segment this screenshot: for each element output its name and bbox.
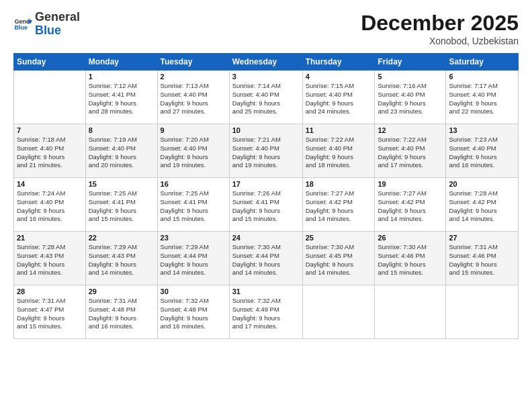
calendar-cell: 12Sunrise: 7:22 AMSunset: 4:40 PMDayligh… [375,124,446,178]
calendar-cell: 2Sunrise: 7:13 AMSunset: 4:40 PMDaylight… [157,71,229,124]
day-number: 4 [306,73,372,81]
day-info: Sunrise: 7:23 AMSunset: 4:40 PMDaylight:… [449,136,515,170]
calendar-cell: 4Sunrise: 7:15 AMSunset: 4:40 PMDaylight… [302,71,375,124]
logo: General Blue General Blue [13,11,80,38]
calendar-week-3: 14Sunrise: 7:24 AMSunset: 4:40 PMDayligh… [14,178,519,232]
day-number: 23 [161,234,226,242]
day-info: Sunrise: 7:28 AMSunset: 4:42 PMDaylight:… [449,189,515,224]
calendar-cell: 20Sunrise: 7:28 AMSunset: 4:42 PMDayligh… [446,178,519,232]
calendar-cell [302,285,375,339]
day-info: Sunrise: 7:31 AMSunset: 4:47 PMDaylight:… [17,297,83,331]
calendar-cell: 11Sunrise: 7:22 AMSunset: 4:40 PMDayligh… [302,124,375,178]
day-number: 27 [449,234,515,242]
day-number: 25 [306,234,372,242]
day-info: Sunrise: 7:25 AMSunset: 4:41 PMDaylight:… [89,189,154,224]
month-title: December 2025 [361,11,519,36]
logo-blue: Blue [35,24,61,37]
calendar-cell: 7Sunrise: 7:18 AMSunset: 4:40 PMDaylight… [14,124,86,178]
day-info: Sunrise: 7:27 AMSunset: 4:42 PMDaylight:… [306,189,372,224]
calendar-cell: 13Sunrise: 7:23 AMSunset: 4:40 PMDayligh… [446,124,519,178]
calendar-week-4: 21Sunrise: 7:28 AMSunset: 4:43 PMDayligh… [14,232,519,285]
col-sunday: Sunday [14,54,86,71]
day-info: Sunrise: 7:19 AMSunset: 4:40 PMDaylight:… [89,136,154,170]
day-number: 26 [378,234,443,242]
calendar-cell [14,71,86,124]
day-info: Sunrise: 7:17 AMSunset: 4:40 PMDaylight:… [449,82,515,116]
calendar-cell [446,285,519,339]
day-info: Sunrise: 7:31 AMSunset: 4:46 PMDaylight:… [449,243,515,277]
day-number: 24 [232,234,300,242]
day-number: 17 [232,180,300,188]
day-number: 16 [161,180,226,188]
col-tuesday: Tuesday [157,54,229,71]
day-number: 21 [17,234,83,242]
day-number: 18 [306,180,372,188]
calendar-cell: 3Sunrise: 7:14 AMSunset: 4:40 PMDaylight… [229,71,302,124]
calendar-cell: 24Sunrise: 7:30 AMSunset: 4:44 PMDayligh… [229,232,302,285]
day-number: 7 [17,126,83,134]
col-monday: Monday [85,54,157,71]
day-info: Sunrise: 7:16 AMSunset: 4:40 PMDaylight:… [378,82,443,116]
calendar-header-row: Sunday Monday Tuesday Wednesday Thursday… [14,54,519,71]
day-info: Sunrise: 7:30 AMSunset: 4:44 PMDaylight:… [232,243,300,277]
day-info: Sunrise: 7:14 AMSunset: 4:40 PMDaylight:… [232,82,300,116]
calendar-cell: 9Sunrise: 7:20 AMSunset: 4:40 PMDaylight… [157,124,229,178]
col-saturday: Saturday [446,54,519,71]
calendar-cell: 19Sunrise: 7:27 AMSunset: 4:42 PMDayligh… [375,178,446,232]
day-number: 28 [17,287,83,295]
calendar-week-1: 1Sunrise: 7:12 AMSunset: 4:41 PMDaylight… [14,71,519,124]
calendar-cell: 6Sunrise: 7:17 AMSunset: 4:40 PMDaylight… [446,71,519,124]
day-info: Sunrise: 7:18 AMSunset: 4:40 PMDaylight:… [17,136,83,170]
day-info: Sunrise: 7:25 AMSunset: 4:41 PMDaylight:… [161,189,226,224]
calendar-cell [375,285,446,339]
day-info: Sunrise: 7:28 AMSunset: 4:43 PMDaylight:… [17,243,83,277]
location: Xonobod, Uzbekistan [361,36,519,46]
day-info: Sunrise: 7:15 AMSunset: 4:40 PMDaylight:… [306,82,372,116]
day-info: Sunrise: 7:20 AMSunset: 4:40 PMDaylight:… [161,136,226,170]
calendar-cell: 10Sunrise: 7:21 AMSunset: 4:40 PMDayligh… [229,124,302,178]
day-info: Sunrise: 7:30 AMSunset: 4:45 PMDaylight:… [306,243,372,277]
day-number: 15 [89,180,154,188]
calendar-cell: 1Sunrise: 7:12 AMSunset: 4:41 PMDaylight… [85,71,157,124]
day-info: Sunrise: 7:30 AMSunset: 4:46 PMDaylight:… [378,243,443,277]
calendar-cell: 17Sunrise: 7:26 AMSunset: 4:41 PMDayligh… [229,178,302,232]
day-info: Sunrise: 7:24 AMSunset: 4:40 PMDaylight:… [17,189,83,224]
header: General Blue General Blue December 2025 … [13,11,519,46]
calendar: Sunday Monday Tuesday Wednesday Thursday… [13,53,519,339]
logo-general: General [35,10,80,24]
day-number: 20 [449,180,515,188]
calendar-cell: 29Sunrise: 7:31 AMSunset: 4:48 PMDayligh… [85,285,157,339]
day-number: 22 [89,234,154,242]
title-block: December 2025 Xonobod, Uzbekistan [361,11,519,46]
calendar-cell: 15Sunrise: 7:25 AMSunset: 4:41 PMDayligh… [85,178,157,232]
day-number: 30 [161,287,226,295]
col-thursday: Thursday [302,54,375,71]
day-info: Sunrise: 7:22 AMSunset: 4:40 PMDaylight:… [306,136,372,170]
day-info: Sunrise: 7:26 AMSunset: 4:41 PMDaylight:… [232,189,300,224]
day-number: 3 [232,73,300,81]
day-number: 29 [89,287,154,295]
day-number: 6 [449,73,515,81]
calendar-cell: 23Sunrise: 7:29 AMSunset: 4:44 PMDayligh… [157,232,229,285]
calendar-cell: 18Sunrise: 7:27 AMSunset: 4:42 PMDayligh… [302,178,375,232]
calendar-week-5: 28Sunrise: 7:31 AMSunset: 4:47 PMDayligh… [14,285,519,339]
day-info: Sunrise: 7:22 AMSunset: 4:40 PMDaylight:… [378,136,443,170]
day-number: 12 [378,126,443,134]
svg-text:Blue: Blue [14,24,28,31]
day-number: 5 [378,73,443,81]
day-info: Sunrise: 7:27 AMSunset: 4:42 PMDaylight:… [378,189,443,224]
day-info: Sunrise: 7:29 AMSunset: 4:44 PMDaylight:… [161,243,226,277]
day-number: 31 [232,287,300,295]
day-info: Sunrise: 7:12 AMSunset: 4:41 PMDaylight:… [89,82,154,116]
day-info: Sunrise: 7:31 AMSunset: 4:48 PMDaylight:… [89,297,154,331]
calendar-week-2: 7Sunrise: 7:18 AMSunset: 4:40 PMDaylight… [14,124,519,178]
day-number: 13 [449,126,515,134]
day-info: Sunrise: 7:29 AMSunset: 4:43 PMDaylight:… [89,243,154,277]
day-number: 2 [161,73,226,81]
day-info: Sunrise: 7:21 AMSunset: 4:40 PMDaylight:… [232,136,300,170]
calendar-cell: 21Sunrise: 7:28 AMSunset: 4:43 PMDayligh… [14,232,86,285]
day-info: Sunrise: 7:32 AMSunset: 4:49 PMDaylight:… [232,297,300,331]
day-number: 9 [161,126,226,134]
calendar-cell: 8Sunrise: 7:19 AMSunset: 4:40 PMDaylight… [85,124,157,178]
day-number: 8 [89,126,154,134]
